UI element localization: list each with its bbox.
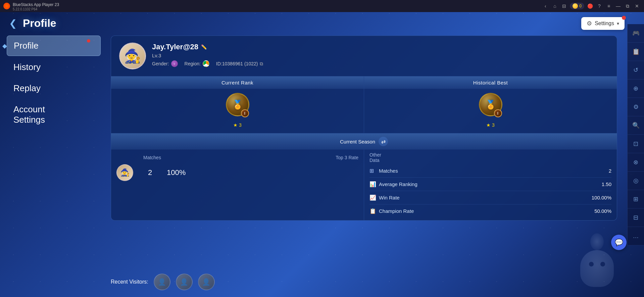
stat-row-avg-ranking: 📊 Average Ranking 1.50	[369, 178, 611, 191]
stats-section: Current Season ⇄ Matches Top 3 Rate 🧙 2 …	[111, 133, 617, 220]
right-sidebar-item-2[interactable]: 📋	[628, 43, 644, 61]
char-stat-row: 🧙 2 100%	[116, 164, 358, 181]
sidebar-profile-dot	[87, 39, 90, 43]
page-back-icon[interactable]: ❮	[7, 17, 19, 29]
rank-section: Current Rank 🏅 I ★ 3 Historical Best 🏅 I	[111, 76, 617, 133]
app-logo	[3, 3, 10, 9]
coin-count: 0	[579, 4, 582, 8]
avg-ranking-label: Average Ranking	[379, 181, 602, 187]
right-sidebar-item-3[interactable]: ↺	[628, 61, 644, 79]
chevron-down-icon: ▾	[617, 21, 619, 26]
edit-username-icon[interactable]: ✏️	[201, 44, 207, 50]
champion-rate-label: Champion Rate	[379, 208, 594, 214]
gender-label: Gender:	[152, 61, 169, 66]
mascot-flame	[590, 233, 604, 250]
avg-ranking-value: 1.50	[602, 181, 611, 187]
win-rate-value: 100.00%	[592, 195, 611, 200]
champion-rate-icon: 📋	[369, 208, 379, 214]
other-data-header: Other Data	[369, 152, 611, 163]
app-subtitle: 5.22.0.1102 P64	[13, 7, 59, 11]
titlebar: BlueStacks App Player 23 5.22.0.1102 P64…	[0, 0, 644, 12]
top3-col-header: Top 3 Rate	[336, 155, 358, 160]
stats-toggle-button[interactable]: ⇄	[379, 137, 388, 146]
back-button[interactable]: ‹	[542, 2, 549, 10]
current-rank-badge: I	[241, 109, 249, 117]
notification-button[interactable]: 🔴	[586, 2, 594, 10]
win-rate-label: Win Rate	[379, 195, 592, 200]
stat-row-win-rate: 📈 Win Rate 100.00%	[369, 191, 611, 204]
char-top3-rate: 100%	[167, 168, 186, 177]
minimize-button[interactable]: —	[614, 2, 622, 10]
save-button[interactable]: ⊟	[560, 2, 568, 10]
right-sidebar-item-6[interactable]: 🔍	[628, 116, 644, 135]
profile-level: Lv.3	[152, 53, 609, 58]
page-title: Profile	[23, 17, 56, 29]
right-sidebar-item-5[interactable]: ⚙	[628, 98, 644, 116]
current-rank-stars: ★ 3	[116, 122, 358, 128]
sidebar-item-account-label: AccountSettings	[13, 104, 45, 125]
right-sidebar-item-7[interactable]: ⊡	[628, 135, 644, 153]
region-flag-icon	[203, 60, 209, 67]
avatar-image: 🧙	[124, 48, 141, 64]
right-sidebar-item-11[interactable]: ⊟	[628, 209, 644, 227]
mascot-body	[580, 250, 614, 287]
stats-grid: Matches Top 3 Rate 🧙 2 100% Other Data	[111, 150, 617, 220]
stats-column-headers: Matches Top 3 Rate	[116, 155, 358, 160]
visitor-avatar-3[interactable]: 👤	[198, 274, 215, 290]
sidebar-item-replay-label: Replay	[13, 83, 41, 93]
profile-id: ID:10386961 (1022)	[216, 61, 258, 66]
sidebar-item-profile[interactable]: Profile	[7, 36, 101, 56]
username-text: Jay.Tyler@28	[152, 43, 198, 51]
win-rate-icon: 📈	[369, 194, 379, 201]
coin-icon	[573, 3, 578, 9]
sidebar-item-replay[interactable]: Replay	[7, 78, 101, 98]
region-item: Region:	[185, 60, 209, 67]
profile-info: Jay.Tyler@28 ✏️ Lv.3 Gender: ♀ Region: I…	[152, 43, 609, 67]
sidebar-item-account-settings[interactable]: AccountSettings	[7, 100, 101, 130]
region-label: Region:	[185, 61, 201, 66]
matches-stat-label: Matches	[379, 168, 609, 174]
sidebar: Profile History Replay AccountSettings	[7, 36, 101, 131]
matches-stat-value: 2	[609, 168, 611, 174]
mascot-left-eye	[589, 262, 594, 266]
chat-fab-button[interactable]: 💬	[611, 235, 627, 250]
sidebar-item-history[interactable]: History	[7, 57, 101, 77]
right-sidebar-item-9[interactable]: ◎	[628, 172, 644, 190]
visitor-avatar-2[interactable]: 👤	[176, 274, 193, 290]
app-info: BlueStacks App Player 23 5.22.0.1102 P64	[13, 1, 59, 11]
id-item: ID:10386961 (1022) ⧉	[216, 61, 263, 67]
sidebar-item-profile-label: Profile	[14, 41, 39, 51]
right-sidebar: 🎮 📋 ↺ ⊕ ⚙ 🔍 ⊡ ⊗ ◎ ⊞ ⊟ …	[627, 24, 644, 245]
profile-username: Jay.Tyler@28 ✏️	[152, 43, 609, 51]
help-button[interactable]: ?	[596, 2, 603, 10]
char-matches: 2	[140, 168, 160, 177]
current-rank-header: Current Rank	[111, 76, 364, 89]
visitors-section: Recent Visitors: 👤 👤 👤	[111, 274, 215, 290]
historical-rank-stars: ★ 3	[369, 122, 611, 128]
season-label: Current Season	[340, 139, 375, 144]
historical-best-header: Historical Best	[364, 76, 617, 89]
profile-panel: 🧙 Jay.Tyler@28 ✏️ Lv.3 Gender: ♀ Region:	[111, 36, 617, 221]
avatar: 🧙	[119, 43, 146, 69]
right-sidebar-item-12[interactable]: …	[628, 227, 644, 245]
mascot-right-eye	[600, 262, 605, 266]
coin-badge: 0	[570, 3, 584, 9]
right-sidebar-item-4[interactable]: ⊕	[628, 79, 644, 98]
other-data-col-label: Other Data	[369, 152, 386, 163]
stats-header: Current Season ⇄	[111, 133, 617, 150]
restore-button[interactable]: ⧉	[624, 2, 631, 10]
settings-button[interactable]: ⚙ Settings ▾	[581, 17, 625, 30]
home-button[interactable]: ⌂	[551, 2, 558, 10]
col-header-empty	[116, 155, 137, 160]
visitor-avatar-1[interactable]: 👤	[154, 274, 170, 290]
right-sidebar-item-8[interactable]: ⊗	[628, 153, 644, 172]
page-header: ❮ Profile	[7, 17, 56, 29]
close-button[interactable]: ✕	[633, 2, 641, 10]
historical-rank-badge: I	[494, 109, 502, 117]
right-sidebar-item-10[interactable]: ⊞	[628, 190, 644, 209]
menu-button[interactable]: ≡	[605, 2, 612, 10]
stat-row-champion-rate: 📋 Champion Rate 50.00%	[369, 204, 611, 218]
champion-rate-value: 50.00%	[594, 208, 611, 214]
right-sidebar-item-1[interactable]: 🎮	[628, 24, 644, 43]
copy-id-icon[interactable]: ⧉	[260, 61, 263, 67]
